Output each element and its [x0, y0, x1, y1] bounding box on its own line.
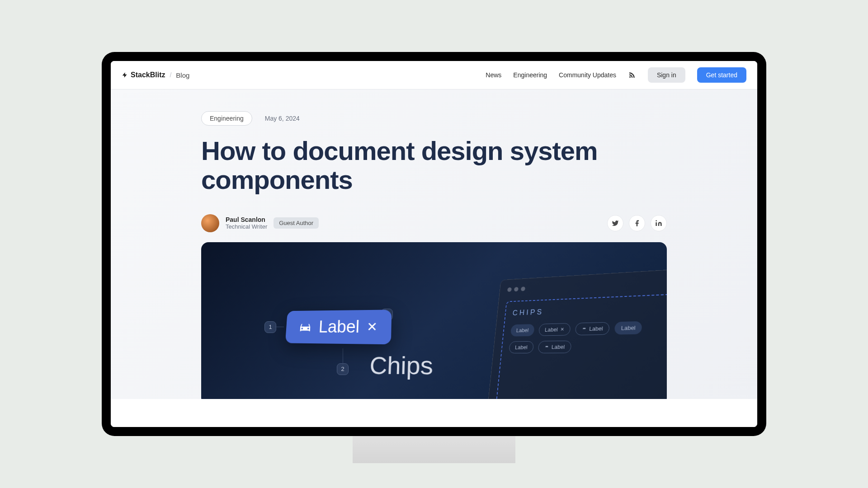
rss-icon[interactable] — [628, 71, 636, 79]
hero-overlay-text: Chips — [369, 350, 434, 380]
bottom-white-band — [111, 399, 757, 427]
window-dot — [507, 287, 512, 291]
hero-chip-component: Label ✕ — [285, 310, 392, 344]
mini-chip: Label — [538, 340, 571, 353]
mini-chip: Label✕ — [538, 323, 571, 336]
share-facebook[interactable] — [629, 215, 645, 231]
diagram-node-2: 2 — [337, 363, 349, 375]
header-left: StackBlitz / Blog — [122, 71, 189, 79]
close-icon: ✕ — [367, 319, 377, 334]
post-date: May 6, 2024 — [265, 115, 300, 122]
nav-news[interactable]: News — [486, 71, 501, 79]
hero-chip-label: Label — [318, 317, 360, 337]
panel-dashed-area: CHIPS Label Label✕ Label Label Label Lab… — [495, 294, 667, 405]
brand-logo[interactable]: StackBlitz — [122, 71, 165, 79]
signin-button[interactable]: Sign in — [648, 67, 685, 83]
post-title: How to document design system components — [201, 136, 667, 194]
author-info-block: Paul Scanlon Technical Writer Guest Auth… — [201, 214, 319, 232]
author-row: Paul Scanlon Technical Writer Guest Auth… — [201, 214, 667, 232]
connector-line — [275, 327, 284, 327]
chip-examples-grid: Label Label✕ Label Label Label Label — [509, 320, 664, 353]
share-linkedin[interactable] — [651, 215, 667, 231]
mini-chip: Label — [509, 341, 534, 353]
panel-title: CHIPS — [512, 303, 664, 317]
breadcrumb-blog[interactable]: Blog — [176, 71, 189, 79]
car-icon — [581, 326, 587, 332]
close-icon: ✕ — [560, 326, 564, 332]
author-avatar[interactable] — [201, 214, 219, 232]
connector-line — [343, 348, 343, 365]
component-panel: CHIPS Label Label✕ Label Label Label Lab… — [483, 268, 667, 404]
guest-author-badge: Guest Author — [274, 217, 319, 229]
car-icon — [298, 320, 312, 334]
hero-illustration: 1 2 3 Label ✕ Chips — [201, 242, 667, 405]
mini-chip: Label — [510, 324, 535, 337]
screen: StackBlitz / Blog News Engineering Commu… — [111, 61, 757, 427]
car-icon — [544, 344, 549, 349]
linkedin-icon — [655, 220, 662, 227]
header-right: News Engineering Community Updates Sign … — [486, 67, 746, 83]
category-pill[interactable]: Engineering — [201, 111, 252, 126]
nav-engineering[interactable]: Engineering — [513, 71, 547, 79]
twitter-icon — [612, 220, 619, 227]
mini-chip: Label — [614, 321, 642, 334]
brand-name: StackBlitz — [131, 71, 165, 79]
window-dot — [521, 286, 525, 291]
mini-chip: Label — [575, 322, 610, 335]
lightning-icon — [122, 71, 128, 79]
share-twitter[interactable] — [607, 215, 623, 231]
article-content: Engineering May 6, 2024 How to document … — [111, 89, 757, 405]
author-role: Technical Writer — [226, 223, 267, 230]
facebook-icon — [633, 220, 641, 227]
breadcrumb-separator: / — [170, 71, 171, 79]
post-meta: Engineering May 6, 2024 — [201, 111, 667, 126]
monitor-stand — [353, 436, 515, 463]
nav-community[interactable]: Community Updates — [559, 71, 616, 79]
diagram-node-1: 1 — [264, 321, 276, 333]
monitor-frame: StackBlitz / Blog News Engineering Commu… — [102, 52, 766, 436]
share-buttons — [607, 215, 667, 231]
window-dots — [507, 278, 667, 292]
site-header: StackBlitz / Blog News Engineering Commu… — [111, 61, 757, 89]
author-text: Paul Scanlon Technical Writer — [226, 216, 267, 230]
author-name: Paul Scanlon — [226, 216, 267, 223]
getstarted-button[interactable]: Get started — [697, 67, 746, 83]
window-dot — [514, 287, 519, 291]
